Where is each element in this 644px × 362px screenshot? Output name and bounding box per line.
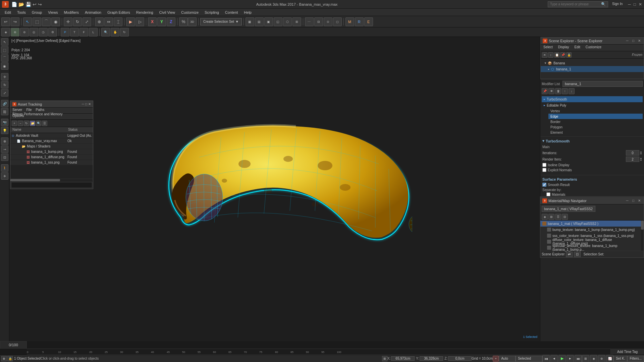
helper-lt-btn[interactable]: ⊕ <box>1 137 8 145</box>
menu-scripting[interactable]: Scripting <box>202 10 222 15</box>
menu-group[interactable]: Group <box>29 10 45 15</box>
menu-rendering[interactable]: Rendering <box>133 10 156 15</box>
left-view-btn[interactable]: L <box>89 28 98 37</box>
at-search-btn[interactable]: 🔍 <box>36 121 41 126</box>
mat-sel-btn[interactable]: ⊡ <box>574 252 581 257</box>
persp-view-btn[interactable]: P <box>61 28 69 37</box>
tree-item-banana[interactable]: ▼ 📦 Banana <box>541 60 644 66</box>
at-row-bump[interactable]: 🖼 banana_1_bump.png Found <box>10 149 93 155</box>
mat-item-4[interactable]: specular_amount_texture: banana_1_bump (… <box>540 245 644 251</box>
redo-button[interactable]: ↪ <box>11 17 19 26</box>
timeline-track[interactable]: 0 5 10 15 20 25 30 35 40 45 50 55 60 65 … <box>27 349 644 355</box>
at-menu-paths[interactable]: Paths <box>34 108 47 112</box>
ts-iterations-spinner[interactable]: ▲ ▼ <box>640 151 642 155</box>
scene-lock-btn[interactable]: 🔒 <box>566 52 572 58</box>
orbit-tb-btn[interactable]: ↻ <box>120 28 129 37</box>
fence-lt-btn[interactable]: ⌒ <box>1 54 8 62</box>
zoom-tb-btn[interactable]: 🔍 <box>101 28 110 37</box>
menu-tools[interactable]: Tools <box>14 10 29 15</box>
view-btn5[interactable]: ⬡ <box>283 17 292 26</box>
utilities-tb-btn[interactable]: ⚙ <box>48 28 57 37</box>
material-close-btn[interactable]: ✕ <box>637 198 642 203</box>
mat-item-1[interactable]: bump_texture: banana_1_bump (banana_1_bu… <box>540 227 644 233</box>
keymode-btn[interactable]: ◈ <box>590 355 597 362</box>
at-del-btn[interactable]: − <box>18 121 23 126</box>
at-refresh-btn[interactable]: ↻ <box>24 121 29 126</box>
layer-btn[interactable]: ⊟ <box>314 17 323 26</box>
create-tb-btn[interactable]: ◈ <box>1 28 10 37</box>
minimize-btn[interactable]: ─ <box>628 2 631 7</box>
mat-scrollbar-thumb[interactable] <box>641 221 644 230</box>
at-strip-btn[interactable]: ☰ <box>42 121 47 126</box>
scene-explorer-close[interactable]: ✕ <box>637 39 642 43</box>
menu-views[interactable]: Views <box>45 10 60 15</box>
keyfilter-btn[interactable]: ⊛ <box>598 355 605 362</box>
modifier-item-turbosmooth[interactable]: ▸ TurboSmooth <box>542 96 643 102</box>
obj-btn[interactable]: ⊙ <box>324 17 332 26</box>
play-btn[interactable]: ▶ <box>558 355 566 362</box>
prev-frame-btn[interactable]: ◂ <box>550 355 558 362</box>
scale-lt-btn[interactable]: ⤢ <box>1 89 8 97</box>
sub-item-edge[interactable]: Edge <box>548 114 643 119</box>
ts-render-down[interactable]: ▼ <box>640 159 642 161</box>
material-minimize-btn[interactable]: ─ <box>625 198 630 203</box>
x-btn[interactable]: X <box>148 17 157 26</box>
redo-icon[interactable]: ↪ <box>38 2 42 7</box>
front-view-btn[interactable]: F <box>79 28 88 37</box>
at-row-banana-file[interactable]: 📄 Banana_max_vray.max Ok <box>10 138 93 144</box>
next-frame-btn[interactable]: ▸ <box>567 355 574 362</box>
undo-icon[interactable]: ↩ <box>33 2 37 7</box>
at-row-diffuse[interactable]: 🖼 banana_1_diffuse.png Found <box>10 155 93 160</box>
scene-explorer-minimize[interactable]: ─ <box>625 39 630 43</box>
walkthrough-lt-btn[interactable]: 🚶 <box>1 164 8 172</box>
ts-isoline-checkbox[interactable] <box>542 163 546 167</box>
render-setup-btn[interactable]: R <box>355 17 364 26</box>
view-btn4[interactable]: ◱ <box>274 17 282 26</box>
material-maximize-btn[interactable]: □ <box>631 198 636 203</box>
set-k-btn[interactable]: Set K. <box>613 356 627 362</box>
menu-content[interactable]: Content <box>222 10 241 15</box>
display-tb-btn[interactable]: ◷ <box>39 28 48 37</box>
auto-dropdown[interactable]: Auto <box>499 356 516 362</box>
select-button[interactable]: ↖ <box>23 17 32 26</box>
scene-pin-btn[interactable]: 📌 <box>560 52 566 58</box>
add-key-btn[interactable]: + <box>493 356 499 362</box>
open-icon[interactable]: 📂 <box>18 2 24 7</box>
y-btn[interactable]: Y <box>157 17 166 26</box>
at-path-input[interactable] <box>11 182 92 188</box>
mat-grid-btn[interactable]: ⊟ <box>562 214 568 220</box>
region-lt-btn[interactable]: ⬚ <box>1 46 8 54</box>
mini-curve-btn[interactable]: 📈 <box>606 355 613 362</box>
save-icon[interactable]: 💾 <box>25 2 31 7</box>
move-button[interactable]: ✛ <box>64 17 72 26</box>
camera-lt-btn[interactable]: 📷 <box>1 119 8 126</box>
hierarchy-tb-btn[interactable]: ⊜ <box>20 28 29 37</box>
move-lt-btn[interactable]: ✛ <box>1 73 8 80</box>
go-start-btn[interactable]: ⏮ <box>542 355 550 362</box>
mod-pin-btn[interactable]: 📌 <box>542 88 548 94</box>
scene-group-btn[interactable]: 📋 <box>554 52 559 58</box>
wire-btn[interactable]: ◻ <box>333 17 342 26</box>
scene-menu-edit[interactable]: Edit <box>572 45 583 51</box>
menu-graph-editors[interactable]: Graph Editors <box>105 10 133 15</box>
pivot-button[interactable]: ⊕ <box>95 17 104 26</box>
mod-move-dn-btn[interactable]: ↓ <box>569 88 575 94</box>
quick-render-button[interactable]: ▷ <box>136 17 144 26</box>
view-btn2[interactable]: ▤ <box>255 17 264 26</box>
at-row-maps[interactable]: 📂 Maps / Shaders <box>10 144 93 149</box>
search-box[interactable]: 🔍 <box>548 1 608 7</box>
at-close-btn[interactable]: ✕ <box>88 102 91 106</box>
x-value[interactable]: 65,973cm <box>391 356 415 361</box>
scene-menu-customize[interactable]: Customize <box>583 45 604 51</box>
modify-tb-btn[interactable]: ⊛ <box>11 28 19 37</box>
mat-scrollbar[interactable] <box>641 221 644 251</box>
pan-tb-btn[interactable]: ✋ <box>111 28 119 37</box>
ts-explicit-checkbox[interactable] <box>542 168 546 172</box>
rotate-lt-btn[interactable]: ↻ <box>1 81 8 88</box>
sub-item-border[interactable]: Border <box>548 119 643 124</box>
view-btn3[interactable]: ▣ <box>264 17 273 26</box>
key-display-btn[interactable]: ⊞ <box>382 356 387 361</box>
ts-iter-down[interactable]: ▼ <box>640 153 642 155</box>
y-value[interactable]: 36,328cm <box>420 356 443 361</box>
view-btn1[interactable]: ▦ <box>246 17 254 26</box>
